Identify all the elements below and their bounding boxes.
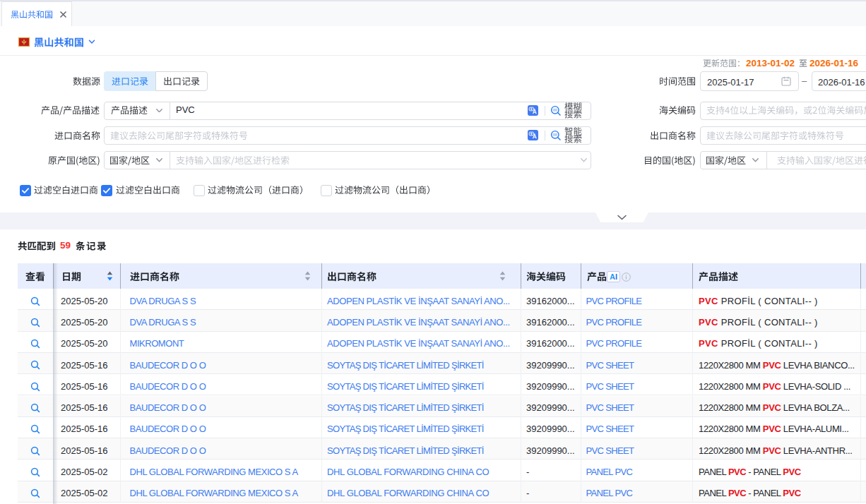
svg-text:AI: AI: [610, 272, 617, 281]
